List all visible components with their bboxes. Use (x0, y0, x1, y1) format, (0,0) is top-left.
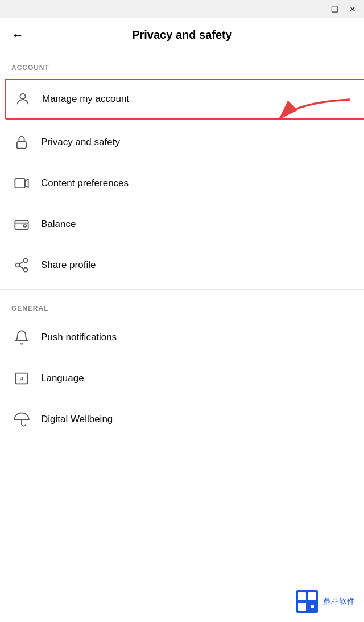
content-preferences-item[interactable]: Content preferences (0, 163, 364, 204)
person-icon (13, 89, 33, 109)
header: ← Privacy and safety (0, 18, 364, 52)
svg-rect-3 (15, 179, 25, 188)
push-notifications-item[interactable]: Push notifications (0, 317, 364, 358)
title-bar: — ❑ ✕ (0, 0, 364, 18)
svg-rect-14 (298, 592, 306, 600)
language-icon: A (11, 368, 32, 389)
watermark: 鼎品软件 (296, 590, 355, 613)
digital-wellbeing-item[interactable]: Digital Wellbeing (0, 399, 364, 440)
watermark-text: 鼎品软件 (323, 596, 355, 607)
share-profile-item[interactable]: Share profile (0, 245, 364, 286)
svg-rect-2 (17, 142, 26, 149)
push-notifications-label: Push notifications (41, 332, 117, 343)
language-label: Language (41, 373, 84, 384)
svg-line-10 (19, 262, 24, 265)
account-section-label: ACCOUNT (0, 52, 364, 76)
manage-account-label: Manage my account (42, 93, 129, 105)
svg-rect-5 (24, 225, 27, 227)
balance-label: Balance (41, 219, 76, 230)
svg-rect-18 (311, 605, 314, 608)
privacy-safety-item[interactable]: Privacy and safety (0, 122, 364, 163)
close-button[interactable]: ✕ (346, 2, 359, 16)
svg-line-9 (19, 266, 24, 269)
svg-point-8 (24, 268, 28, 272)
wallet-icon (11, 214, 32, 234)
svg-rect-15 (308, 592, 316, 600)
svg-point-7 (16, 263, 20, 267)
page-title: Privacy and safety (132, 28, 232, 42)
watermark-logo-icon (296, 590, 318, 613)
general-section-label: GENERAL (0, 293, 364, 317)
minimize-button[interactable]: — (309, 2, 323, 16)
lock-icon (11, 132, 32, 153)
content-preferences-label: Content preferences (41, 178, 129, 189)
svg-rect-16 (298, 603, 306, 611)
section-divider (0, 289, 364, 290)
manage-account-item[interactable]: Manage my account (5, 79, 364, 120)
language-item[interactable]: A Language (0, 358, 364, 399)
bell-icon (11, 327, 32, 348)
video-icon (11, 173, 32, 193)
svg-text:A: A (19, 375, 24, 383)
digital-wellbeing-label: Digital Wellbeing (41, 414, 113, 425)
maximize-button[interactable]: ❑ (328, 2, 341, 16)
back-button[interactable]: ← (11, 28, 24, 43)
privacy-safety-label: Privacy and safety (41, 137, 120, 148)
share-profile-label: Share profile (41, 259, 96, 271)
svg-point-0 (20, 94, 25, 99)
share-icon (11, 255, 32, 275)
umbrella-icon (11, 409, 32, 430)
svg-point-6 (24, 258, 28, 262)
balance-item[interactable]: Balance (0, 204, 364, 245)
